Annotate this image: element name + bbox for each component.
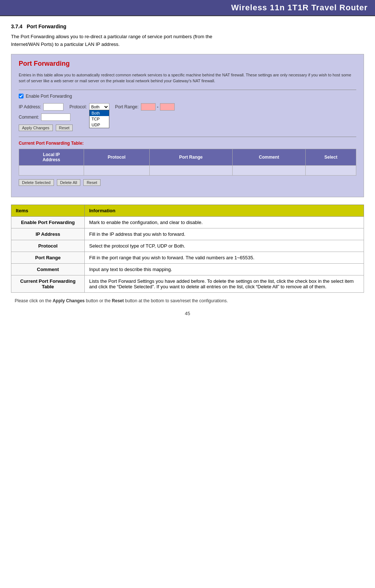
page-header: Wireless 11n 1T1R Travel Router	[0, 0, 375, 16]
footer-note: Please click on the Apply Changes button…	[11, 298, 364, 303]
info-item-3: Port Range	[11, 252, 85, 263]
info-header-row: Items Information	[11, 205, 364, 216]
table-reset-button[interactable]: Reset	[83, 179, 101, 186]
protocol-select[interactable]: Both TCP UDP	[89, 103, 109, 111]
col-comment: Comment	[232, 149, 305, 165]
forwarding-table: Local IPAddress Protocol Port Range Comm…	[19, 149, 356, 176]
port-range-group: -	[141, 103, 175, 111]
delete-selected-button[interactable]: Delete Selected	[19, 179, 54, 186]
info-table-row: Port RangeFill in the port range that yo…	[11, 252, 364, 263]
info-table-row: Enable Port ForwardingMark to enable the…	[11, 216, 364, 228]
col-select: Select	[306, 149, 356, 165]
col-local-ip: Local IPAddress	[19, 149, 84, 165]
info-item-2: Protocol	[11, 240, 85, 252]
info-detail-4: Input any text to describe this mapping.	[85, 263, 364, 275]
protocol-option-udp[interactable]: UDP	[90, 122, 109, 128]
section-title: 3.7.4 Port Forwarding	[11, 24, 364, 29]
enable-port-forwarding-checkbox[interactable]	[19, 94, 23, 98]
info-detail-1: Fill in the IP address that you wish to …	[85, 228, 364, 240]
info-table-row: CommentInput any text to describe this m…	[11, 263, 364, 275]
reset-bold: Reset	[112, 298, 124, 303]
info-detail-5: Lists the Port Forward Settings you have…	[85, 275, 364, 292]
header-title: Wireless 11n 1T1R Travel Router	[231, 3, 368, 12]
info-table-row: Current Port Forwarding TableLists the P…	[11, 275, 364, 292]
table-buttons-row: Delete Selected Delete All Reset	[19, 179, 356, 186]
panel-separator-2	[19, 137, 356, 137]
protocol-label: Protocol:	[69, 104, 87, 109]
info-item-1: IP Address	[11, 228, 85, 240]
info-item-0: Enable Port Forwarding	[11, 216, 85, 228]
info-table-body: Enable Port ForwardingMark to enable the…	[11, 216, 364, 292]
info-table-row: ProtocolSelect the protocol type of TCP,…	[11, 240, 364, 252]
port-range-label: Port Range:	[115, 104, 139, 109]
section-number: 3.7.4	[11, 24, 22, 29]
ip-protocol-row: IP Address: Protocol: Both TCP UDP Both …	[19, 103, 356, 111]
info-detail-0: Mark to enable the configuration, and cl…	[85, 216, 364, 228]
main-content: 3.7.4 Port Forwarding The Port Forwardin…	[0, 16, 375, 324]
comment-label: Comment:	[19, 115, 39, 120]
info-detail-3: Fill in the port range that you wish to …	[85, 252, 364, 263]
enable-checkbox-row: Enable Port Forwarding	[19, 94, 356, 99]
info-table-row: IP AddressFill in the IP address that yo…	[11, 228, 364, 240]
port-forwarding-panel: Port Forwarding Entries in this table al…	[11, 54, 364, 197]
table-empty-row	[19, 165, 356, 175]
ip-address-input[interactable]	[43, 103, 63, 111]
port-range-start-input[interactable]	[141, 103, 156, 111]
info-table-header: Items Information	[11, 205, 364, 216]
enable-checkbox-label: Enable Port Forwarding	[26, 94, 72, 99]
table-title: Current Port Forwarding Table:	[19, 141, 356, 146]
info-col-information: Information	[85, 205, 364, 216]
info-item-5: Current Port Forwarding Table	[11, 275, 85, 292]
table-header-row: Local IPAddress Protocol Port Range Comm…	[19, 149, 356, 165]
delete-all-button[interactable]: Delete All	[57, 179, 80, 186]
info-col-items: Items	[11, 205, 85, 216]
port-dash: -	[157, 104, 159, 109]
empty-col-1	[19, 165, 84, 175]
form-buttons-row: Apply Changes Reset	[19, 125, 356, 131]
table-header: Local IPAddress Protocol Port Range Comm…	[19, 149, 356, 165]
panel-title: Port Forwarding	[19, 60, 356, 68]
section-heading: Port Forwarding	[27, 24, 66, 29]
apply-changes-bold: Apply Changes	[52, 298, 84, 303]
port-range-end-input[interactable]	[160, 103, 175, 111]
protocol-dropdown-list: Both TCP UDP	[89, 110, 109, 128]
panel-separator	[19, 90, 356, 90]
col-port-range: Port Range	[149, 149, 232, 165]
protocol-option-both[interactable]: Both	[90, 110, 109, 116]
comment-input[interactable]	[41, 113, 70, 121]
panel-description: Entries in this table allow you to autom…	[19, 72, 356, 84]
reset-button[interactable]: Reset	[56, 125, 73, 131]
empty-col-5	[306, 165, 356, 175]
table-body	[19, 165, 356, 175]
comment-row: Comment:	[19, 113, 356, 121]
page-number: 45	[11, 311, 364, 316]
empty-col-3	[149, 165, 232, 175]
empty-col-2	[84, 165, 149, 175]
protocol-option-tcp[interactable]: TCP	[90, 116, 109, 122]
col-protocol: Protocol	[84, 149, 149, 165]
empty-col-4	[232, 165, 305, 175]
ip-label: IP Address:	[19, 104, 41, 109]
protocol-dropdown-wrapper[interactable]: Both TCP UDP Both TCP UDP	[89, 103, 109, 111]
apply-changes-button[interactable]: Apply Changes	[19, 125, 53, 131]
info-detail-2: Select the protocol type of TCP, UDP or …	[85, 240, 364, 252]
info-table: Items Information Enable Port Forwarding…	[11, 205, 364, 293]
section-description: The Port Forwarding allows you to re-dir…	[11, 33, 364, 48]
info-item-4: Comment	[11, 263, 85, 275]
